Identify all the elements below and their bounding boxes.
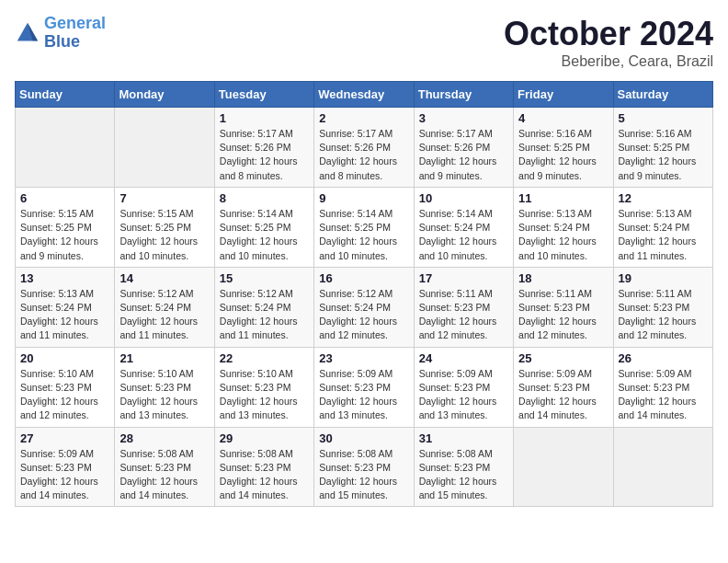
page-header: General Blue October 2024 Beberibe, Cear…	[15, 15, 713, 70]
calendar-cell: 24Sunrise: 5:09 AM Sunset: 5:23 PM Dayli…	[414, 347, 513, 427]
day-info: Sunrise: 5:17 AM Sunset: 5:26 PM Dayligh…	[419, 127, 508, 183]
logo-line2: Blue	[44, 32, 80, 51]
day-number: 19	[619, 271, 708, 285]
day-info: Sunrise: 5:08 AM Sunset: 5:23 PM Dayligh…	[319, 447, 408, 503]
day-number: 27	[20, 431, 109, 445]
title-block: October 2024 Beberibe, Ceara, Brazil	[504, 15, 713, 70]
day-info: Sunrise: 5:10 AM Sunset: 5:23 PM Dayligh…	[220, 367, 309, 423]
calendar-cell: 17Sunrise: 5:11 AM Sunset: 5:23 PM Dayli…	[414, 267, 513, 347]
calendar-week-5: 27Sunrise: 5:09 AM Sunset: 5:23 PM Dayli…	[16, 427, 713, 507]
subtitle: Beberibe, Ceara, Brazil	[504, 53, 713, 70]
calendar-week-2: 6Sunrise: 5:15 AM Sunset: 5:25 PM Daylig…	[16, 187, 713, 267]
calendar-week-3: 13Sunrise: 5:13 AM Sunset: 5:24 PM Dayli…	[16, 267, 713, 347]
day-number: 12	[619, 191, 708, 205]
calendar-cell: 20Sunrise: 5:10 AM Sunset: 5:23 PM Dayli…	[16, 347, 115, 427]
day-number: 16	[319, 271, 408, 285]
day-info: Sunrise: 5:10 AM Sunset: 5:23 PM Dayligh…	[20, 367, 109, 423]
calendar-cell: 6Sunrise: 5:15 AM Sunset: 5:25 PM Daylig…	[16, 187, 115, 267]
day-number: 1	[220, 111, 309, 125]
day-info: Sunrise: 5:09 AM Sunset: 5:23 PM Dayligh…	[419, 367, 508, 423]
calendar-cell: 7Sunrise: 5:15 AM Sunset: 5:25 PM Daylig…	[115, 187, 214, 267]
day-number: 29	[220, 431, 309, 445]
column-header-tuesday: Tuesday	[214, 82, 313, 108]
day-number: 24	[419, 351, 508, 365]
calendar-cell	[514, 427, 613, 507]
calendar-cell: 23Sunrise: 5:09 AM Sunset: 5:23 PM Dayli…	[314, 347, 414, 427]
calendar-cell: 22Sunrise: 5:10 AM Sunset: 5:23 PM Dayli…	[214, 347, 313, 427]
day-info: Sunrise: 5:12 AM Sunset: 5:24 PM Dayligh…	[220, 287, 309, 343]
day-number: 14	[119, 271, 209, 285]
calendar-cell: 14Sunrise: 5:12 AM Sunset: 5:24 PM Dayli…	[115, 267, 214, 347]
calendar-cell: 8Sunrise: 5:14 AM Sunset: 5:25 PM Daylig…	[214, 187, 313, 267]
calendar-cell: 30Sunrise: 5:08 AM Sunset: 5:23 PM Dayli…	[314, 427, 414, 507]
day-number: 2	[319, 111, 408, 125]
day-info: Sunrise: 5:10 AM Sunset: 5:23 PM Dayligh…	[119, 367, 209, 423]
day-info: Sunrise: 5:14 AM Sunset: 5:24 PM Dayligh…	[419, 207, 508, 263]
day-number: 20	[20, 351, 109, 365]
day-info: Sunrise: 5:08 AM Sunset: 5:23 PM Dayligh…	[119, 447, 209, 503]
calendar-cell: 2Sunrise: 5:17 AM Sunset: 5:26 PM Daylig…	[314, 108, 414, 188]
day-info: Sunrise: 5:11 AM Sunset: 5:23 PM Dayligh…	[518, 287, 608, 343]
day-number: 28	[119, 431, 209, 445]
logo-line1: General	[44, 14, 106, 32]
calendar-cell	[613, 427, 712, 507]
calendar-cell: 31Sunrise: 5:08 AM Sunset: 5:23 PM Dayli…	[414, 427, 513, 507]
day-info: Sunrise: 5:16 AM Sunset: 5:25 PM Dayligh…	[619, 127, 708, 183]
logo-text: General Blue	[44, 15, 106, 52]
calendar-cell: 11Sunrise: 5:13 AM Sunset: 5:24 PM Dayli…	[514, 187, 613, 267]
day-number: 17	[419, 271, 508, 285]
calendar-cell: 28Sunrise: 5:08 AM Sunset: 5:23 PM Dayli…	[115, 427, 214, 507]
day-info: Sunrise: 5:09 AM Sunset: 5:23 PM Dayligh…	[319, 367, 408, 423]
logo: General Blue	[15, 15, 106, 52]
day-number: 11	[518, 191, 608, 205]
day-number: 30	[319, 431, 408, 445]
day-number: 31	[419, 431, 508, 445]
day-number: 23	[319, 351, 408, 365]
calendar-cell: 9Sunrise: 5:14 AM Sunset: 5:25 PM Daylig…	[314, 187, 414, 267]
calendar-cell: 13Sunrise: 5:13 AM Sunset: 5:24 PM Dayli…	[16, 267, 115, 347]
calendar-cell: 5Sunrise: 5:16 AM Sunset: 5:25 PM Daylig…	[613, 108, 712, 188]
day-number: 13	[20, 271, 109, 285]
day-info: Sunrise: 5:15 AM Sunset: 5:25 PM Dayligh…	[20, 207, 109, 263]
main-title: October 2024	[504, 15, 713, 53]
calendar-table: SundayMondayTuesdayWednesdayThursdayFrid…	[15, 81, 713, 507]
calendar-cell: 12Sunrise: 5:13 AM Sunset: 5:24 PM Dayli…	[613, 187, 712, 267]
calendar-cell: 27Sunrise: 5:09 AM Sunset: 5:23 PM Dayli…	[16, 427, 115, 507]
day-info: Sunrise: 5:15 AM Sunset: 5:25 PM Dayligh…	[119, 207, 209, 263]
day-info: Sunrise: 5:13 AM Sunset: 5:24 PM Dayligh…	[619, 207, 708, 263]
day-number: 8	[220, 191, 309, 205]
calendar-cell: 29Sunrise: 5:08 AM Sunset: 5:23 PM Dayli…	[214, 427, 313, 507]
day-info: Sunrise: 5:17 AM Sunset: 5:26 PM Dayligh…	[220, 127, 309, 183]
day-info: Sunrise: 5:16 AM Sunset: 5:25 PM Dayligh…	[518, 127, 608, 183]
column-header-thursday: Thursday	[414, 82, 513, 108]
day-number: 4	[518, 111, 608, 125]
day-info: Sunrise: 5:11 AM Sunset: 5:23 PM Dayligh…	[419, 287, 508, 343]
calendar-cell: 18Sunrise: 5:11 AM Sunset: 5:23 PM Dayli…	[514, 267, 613, 347]
day-number: 26	[619, 351, 708, 365]
day-number: 10	[419, 191, 508, 205]
day-info: Sunrise: 5:08 AM Sunset: 5:23 PM Dayligh…	[220, 447, 309, 503]
calendar-cell	[115, 108, 214, 188]
column-header-wednesday: Wednesday	[314, 82, 414, 108]
day-number: 7	[119, 191, 209, 205]
column-header-monday: Monday	[115, 82, 214, 108]
day-number: 9	[319, 191, 408, 205]
day-number: 22	[220, 351, 309, 365]
calendar-cell	[16, 108, 115, 188]
logo-icon	[15, 20, 40, 46]
day-number: 5	[619, 111, 708, 125]
day-info: Sunrise: 5:14 AM Sunset: 5:25 PM Dayligh…	[319, 207, 408, 263]
day-info: Sunrise: 5:12 AM Sunset: 5:24 PM Dayligh…	[119, 287, 209, 343]
day-number: 3	[419, 111, 508, 125]
day-info: Sunrise: 5:17 AM Sunset: 5:26 PM Dayligh…	[319, 127, 408, 183]
calendar-cell: 16Sunrise: 5:12 AM Sunset: 5:24 PM Dayli…	[314, 267, 414, 347]
day-info: Sunrise: 5:09 AM Sunset: 5:23 PM Dayligh…	[518, 367, 608, 423]
day-number: 6	[20, 191, 109, 205]
day-info: Sunrise: 5:13 AM Sunset: 5:24 PM Dayligh…	[20, 287, 109, 343]
day-info: Sunrise: 5:14 AM Sunset: 5:25 PM Dayligh…	[220, 207, 309, 263]
day-number: 18	[518, 271, 608, 285]
calendar-cell: 3Sunrise: 5:17 AM Sunset: 5:26 PM Daylig…	[414, 108, 513, 188]
day-info: Sunrise: 5:11 AM Sunset: 5:23 PM Dayligh…	[619, 287, 708, 343]
calendar-cell: 21Sunrise: 5:10 AM Sunset: 5:23 PM Dayli…	[115, 347, 214, 427]
day-info: Sunrise: 5:09 AM Sunset: 5:23 PM Dayligh…	[619, 367, 708, 423]
